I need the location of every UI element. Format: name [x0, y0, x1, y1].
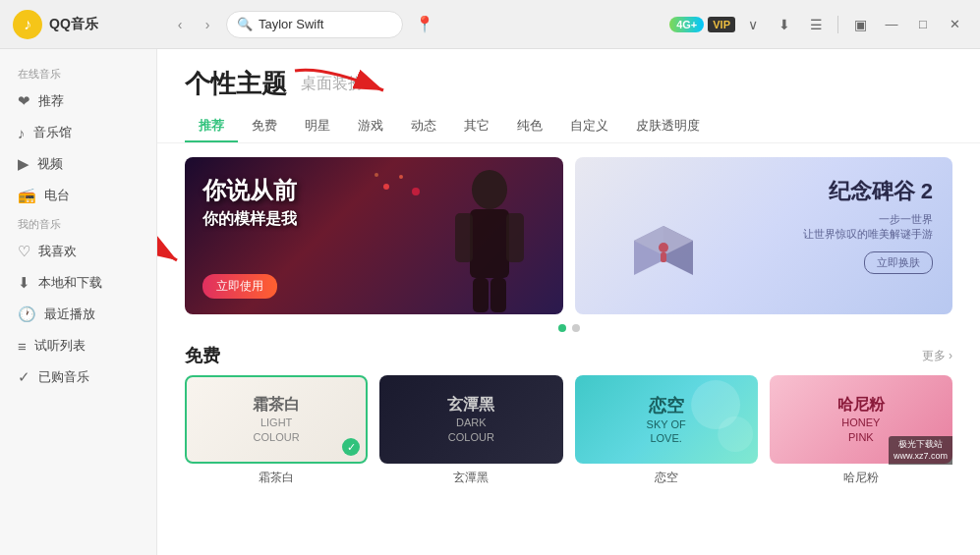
- page-title: 个性主题: [185, 67, 287, 101]
- sidebar-item-trial-list[interactable]: ≡ 试听列表: [0, 330, 156, 361]
- svg-point-10: [383, 184, 389, 190]
- sidebar-item-label: 本地和下载: [38, 274, 102, 292]
- svg-point-17: [659, 243, 668, 252]
- svg-point-20: [718, 416, 753, 452]
- tab-recommend[interactable]: 推荐: [185, 111, 238, 142]
- banner-light[interactable]: 纪念碑谷 2 一步一世界 让世界惊叹的唯美解谜手游 立即换肤: [575, 157, 953, 314]
- theme-card-dark[interactable]: 玄潭黑 DARKCOLOUR 玄潭黑: [379, 375, 562, 486]
- close-button[interactable]: ✕: [941, 11, 968, 38]
- theme-card-sky[interactable]: 恋空 SKY OFLOVE. 恋空: [575, 375, 758, 486]
- search-bar[interactable]: 🔍: [226, 11, 403, 38]
- person-silhouette: [426, 162, 553, 314]
- tab-solid[interactable]: 纯色: [503, 111, 556, 142]
- check-icon: ✓: [18, 368, 30, 386]
- theme-cards-area: 霜茶白 LIGHTCOLOUR ✓ 霜茶白 玄潭黑 DARKCOLOUR: [157, 375, 980, 502]
- theme-label-pink: 哈尼粉: [770, 470, 952, 486]
- titlebar-right: 4G+ VIP ∨ ⬇ ☰ ▣ — □ ✕: [669, 11, 968, 38]
- back-button[interactable]: ‹: [169, 14, 191, 35]
- dark-main-text: 玄潭黑: [447, 395, 494, 416]
- svg-point-12: [412, 188, 420, 195]
- svg-rect-8: [473, 278, 489, 312]
- content-wrapper: 个性主题 桌面装扮 推荐 免费 明星 游戏 动态 其它 纯色 自定义 皮肤透明度: [157, 49, 980, 502]
- mic-button[interactable]: 📍: [411, 11, 438, 38]
- theme-card-img-sky: 恋空 SKY OFLOVE.: [575, 375, 758, 464]
- light-sub-text: LIGHTCOLOUR: [253, 416, 300, 444]
- tab-skin-opacity[interactable]: 皮肤透明度: [622, 111, 714, 142]
- svg-point-13: [375, 173, 378, 177]
- svg-rect-7: [506, 213, 524, 262]
- theme-card-light[interactable]: 霜茶白 LIGHTCOLOUR ✓ 霜茶白: [185, 375, 368, 486]
- banner-right-subtitle2: 让世界惊叹的唯美解谜手游: [803, 227, 933, 242]
- sidebar-item-video[interactable]: ▶ 视频: [0, 148, 156, 180]
- nav-arrows: ‹ ›: [169, 14, 218, 35]
- download-icon: ⬇: [18, 274, 30, 292]
- watermark-url: www.xz7.com: [894, 450, 948, 463]
- search-input[interactable]: [259, 17, 424, 31]
- sidebar-item-radio[interactable]: 📻 电台: [0, 180, 156, 211]
- dark-sub-text: DARKCOLOUR: [447, 416, 494, 444]
- game-illustration: [595, 187, 713, 305]
- svg-text:♪: ♪: [24, 16, 31, 32]
- tab-custom[interactable]: 自定义: [556, 111, 622, 142]
- tab-other[interactable]: 其它: [450, 111, 503, 142]
- sidebar-item-label: 推荐: [38, 92, 64, 110]
- tab-free[interactable]: 免费: [238, 111, 291, 142]
- red-arrow-banner: [157, 216, 187, 275]
- svg-point-11: [399, 175, 403, 179]
- app-logo: ♪: [12, 9, 43, 40]
- spark-effect: [367, 167, 426, 206]
- theme-label-sky: 恋空: [575, 470, 758, 486]
- banner-dark[interactable]: 你说从前 你的模样是我 立即使用: [185, 157, 563, 314]
- banner-right-cta-button[interactable]: 立即换肤: [864, 251, 933, 274]
- tab-star[interactable]: 明星: [291, 111, 344, 142]
- sidebar-item-recent[interactable]: 🕐 最近播放: [0, 299, 156, 330]
- app-name: QQ音乐: [49, 16, 98, 33]
- tab-game[interactable]: 游戏: [344, 111, 397, 142]
- chevron-down-button[interactable]: ∨: [739, 11, 767, 38]
- clock-icon: 🕐: [18, 305, 36, 323]
- sidebar-item-recommend[interactable]: ❤ 推荐: [0, 85, 156, 117]
- banner-cta-button[interactable]: 立即使用: [202, 274, 277, 299]
- divider: [837, 16, 838, 33]
- status-badge: 4G+: [669, 17, 704, 32]
- sidebar-item-label: 最近播放: [44, 305, 95, 323]
- forward-button[interactable]: ›: [197, 14, 218, 35]
- selected-badge: ✓: [342, 438, 360, 456]
- pip-button[interactable]: ▣: [846, 11, 874, 38]
- tab-dynamic[interactable]: 动态: [397, 111, 450, 142]
- maximize-button[interactable]: □: [909, 11, 937, 38]
- radio-icon: 📻: [18, 187, 36, 204]
- favorite-icon: ♡: [18, 243, 30, 260]
- sidebar-item-purchased[interactable]: ✓ 已购音乐: [0, 361, 156, 393]
- theme-card-pink[interactable]: 哈尼粉 HONEYPINK 哈尼粉 极光下载站 www.xz7.com: [770, 375, 952, 486]
- section-more-button[interactable]: 更多 ›: [922, 348, 952, 364]
- pink-sub-text: HONEYPINK: [837, 416, 885, 444]
- download-button[interactable]: ⬇: [771, 11, 798, 38]
- pink-main-text: 哈尼粉: [837, 395, 885, 416]
- sidebar: 在线音乐 ❤ 推荐 ♪ 音乐馆 ▶ 视频 📻 电台 我的音乐 ♡ 我喜欢 ⬇ 本…: [0, 49, 157, 555]
- banner-right-subtitle1: 一步一世界: [803, 212, 933, 227]
- sidebar-item-favorites[interactable]: ♡ 我喜欢: [0, 236, 156, 267]
- dot-2[interactable]: [572, 324, 580, 332]
- my-music-label: 我的音乐: [0, 211, 156, 236]
- sidebar-item-local-download[interactable]: ⬇ 本地和下载: [0, 267, 156, 299]
- banner-area: 你说从前 你的模样是我 立即使用: [157, 157, 980, 314]
- logo-area: ♪ QQ音乐: [12, 9, 169, 40]
- main-layout: 在线音乐 ❤ 推荐 ♪ 音乐馆 ▶ 视频 📻 电台 我的音乐 ♡ 我喜欢 ⬇ 本…: [0, 49, 980, 555]
- section-header-free: 免费 更多 ›: [157, 344, 980, 375]
- banner-right-title: 纪念碑谷 2: [803, 177, 933, 206]
- sidebar-item-music-hall[interactable]: ♪ 音乐馆: [0, 117, 156, 148]
- list-icon: ≡: [18, 338, 27, 355]
- light-main-text: 霜茶白: [253, 395, 300, 416]
- watermark: 极光下载站 www.xz7.com: [889, 436, 952, 465]
- menu-button[interactable]: ☰: [802, 11, 830, 38]
- dot-1[interactable]: [558, 324, 566, 332]
- minimize-button[interactable]: —: [878, 11, 905, 38]
- theme-label-dark: 玄潭黑: [379, 470, 562, 486]
- page-subtitle: 桌面装扮: [301, 74, 364, 94]
- svg-rect-18: [661, 252, 666, 262]
- sidebar-item-label: 试听列表: [34, 337, 86, 355]
- theme-card-img-dark: 玄潭黑 DARKCOLOUR: [379, 375, 562, 464]
- sidebar-item-label: 电台: [44, 187, 70, 204]
- sidebar-item-label: 视频: [37, 155, 63, 173]
